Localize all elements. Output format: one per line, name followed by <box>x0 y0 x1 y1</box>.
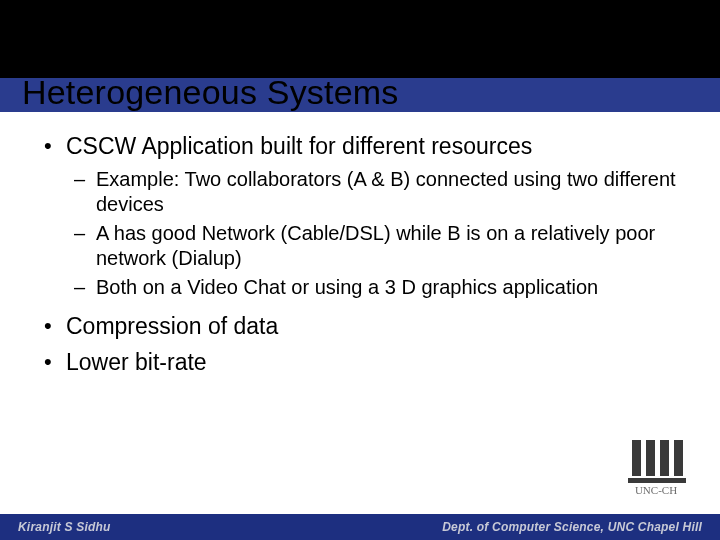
svg-rect-4 <box>628 478 686 483</box>
sub-bullet-text: Example: Two collaborators (A & B) conne… <box>96 168 676 215</box>
footer-left: Kiranjit S Sidhu <box>18 520 111 534</box>
unc-logo: UNC-CH <box>620 434 692 496</box>
bullet-level2: A has good Network (Cable/DSL) while B i… <box>40 221 680 271</box>
bullet-level1: CSCW Application built for different res… <box>40 132 680 161</box>
bullet-text: Compression of data <box>66 313 278 339</box>
footer-bar: Kiranjit S Sidhu Dept. of Computer Scien… <box>0 514 720 540</box>
bullet-level2: Both on a Video Chat or using a 3 D grap… <box>40 275 680 300</box>
bullet-level2: Example: Two collaborators (A & B) conne… <box>40 167 680 217</box>
bullet-level1: Lower bit-rate <box>40 348 680 377</box>
sub-bullet-list: Example: Two collaborators (A & B) conne… <box>40 167 680 300</box>
sub-bullet-text: Both on a Video Chat or using a 3 D grap… <box>96 276 598 298</box>
slide-title: Heterogeneous Systems <box>22 74 399 111</box>
svg-rect-0 <box>632 440 641 476</box>
unc-logo-svg: UNC-CH <box>620 434 692 496</box>
bullet-level1: Compression of data <box>40 312 680 341</box>
svg-rect-3 <box>674 440 683 476</box>
logo-label-text: UNC-CH <box>635 484 677 496</box>
top-black-band <box>0 0 720 78</box>
slide: Heterogeneous Systems CSCW Application b… <box>0 0 720 540</box>
bullet-text: CSCW Application built for different res… <box>66 133 532 159</box>
svg-rect-1 <box>646 440 655 476</box>
svg-rect-2 <box>660 440 669 476</box>
slide-body: CSCW Application built for different res… <box>40 132 680 383</box>
sub-bullet-text: A has good Network (Cable/DSL) while B i… <box>96 222 655 269</box>
footer-right: Dept. of Computer Science, UNC Chapel Hi… <box>442 520 702 534</box>
bullet-text: Lower bit-rate <box>66 349 207 375</box>
